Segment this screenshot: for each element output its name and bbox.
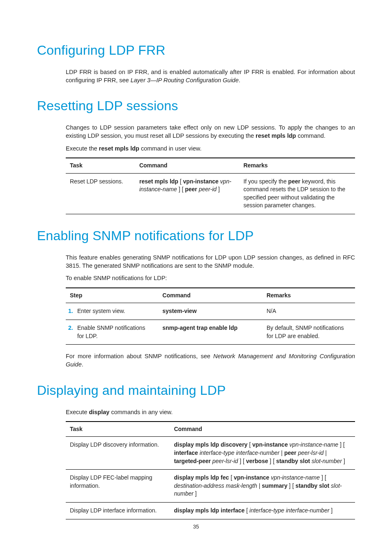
cmd-text: [ <box>244 507 249 514</box>
command-name: reset mpls ldp <box>99 145 139 152</box>
cmd-text: ] <box>330 507 333 514</box>
cmd-keyword: display mpls ldp discovery <box>174 441 247 448</box>
text: command in user view. <box>139 145 202 152</box>
cell-command: snmp-agent trap enable ldp <box>158 320 262 344</box>
text: . <box>239 77 240 83</box>
cmd-keyword: vpn-instance <box>234 474 269 481</box>
cmd-keyword: interface <box>174 450 198 456</box>
command-name: display <box>89 409 109 415</box>
step-description: Enter system view. <box>77 307 151 315</box>
cmd-text: ] [ <box>320 474 326 481</box>
cmd-text: | <box>279 450 284 456</box>
table-reset-ldp: Task Command Remarks Reset LDP sessions.… <box>66 158 355 214</box>
table-snmp-steps: Step Command Remarks 1.Enter system view… <box>66 287 355 345</box>
cmd-text: ] [ <box>177 186 185 192</box>
section-display-body: Execute display commands in any view. Ta… <box>66 408 355 519</box>
cell-remarks: By default, SNMP notifications for LDP a… <box>263 320 355 344</box>
cmd-arg: peer-lsr-id <box>298 450 324 456</box>
header-task: Task <box>66 158 135 173</box>
cmd-keyword: standby slot <box>295 482 329 489</box>
reset-paragraph-2: Execute the reset mpls ldp command in us… <box>66 144 355 153</box>
table-row: Display LDP interface information.displa… <box>66 502 355 519</box>
cell-command: display mpls ldp discovery [ vpn-instanc… <box>170 437 355 470</box>
table-display-commands: Task Command Display LDP discovery infor… <box>66 421 355 519</box>
text: If you specify the <box>243 178 288 185</box>
header-command: Command <box>170 422 355 437</box>
command-name: reset mpls ldp <box>256 132 296 139</box>
table-row: 1.Enter system view.system-viewN/A <box>66 303 355 320</box>
frr-paragraph: LDP FRR is based on IP FRR, and is enabl… <box>66 68 355 85</box>
table-row: Display LDP FEC-label mapping informatio… <box>66 470 355 503</box>
cmd-text: [ <box>229 474 234 481</box>
cmd-arg: peer-lsr-id <box>212 458 238 464</box>
heading-configuring-ldp-frr: Configuring LDP FRR <box>37 41 355 60</box>
heading-displaying-ldp: Displaying and maintaining LDP <box>37 381 355 400</box>
page: Configuring LDP FRR LDP FRR is based on … <box>0 0 392 533</box>
text: For more information about SNMP notifica… <box>66 353 213 359</box>
text: command. <box>296 132 325 139</box>
cmd-arg: slot-number <box>311 458 342 464</box>
cell-task: Display LDP FEC-label mapping informatio… <box>66 470 170 503</box>
cell-command: system-view <box>158 303 262 320</box>
cmd-text: [ <box>178 178 183 185</box>
cmd-keyword: verbose <box>246 458 268 464</box>
section-frr-body: LDP FRR is based on IP FRR, and is enabl… <box>66 68 355 85</box>
text: Execute <box>66 409 89 415</box>
cell-remarks: If you specify the peer keyword, this co… <box>239 173 355 214</box>
cmd-arg: vpn-instance-name <box>289 441 338 448</box>
header-remarks: Remarks <box>263 288 355 303</box>
reset-paragraph-1: Changes to LDP session parameters take e… <box>66 123 355 140</box>
header-remarks: Remarks <box>239 158 355 173</box>
text: Execute the <box>66 145 99 152</box>
cell-command: reset mpls ldp [ vpn-instance vpn-instan… <box>135 173 239 214</box>
cell-remarks: N/A <box>263 303 355 320</box>
cmd-text: ] [ <box>287 482 295 489</box>
cmd-keyword: peer <box>185 186 197 192</box>
cell-task: Display LDP discovery information. <box>66 437 170 470</box>
heading-resetting-ldp-sessions: Resetting LDP sessions <box>37 97 355 115</box>
header-step: Step <box>66 288 158 303</box>
snmp-paragraph-2: To enable SNMP notifications for LDP: <box>66 274 355 282</box>
cmd-keyword: targeted-peer <box>174 458 210 464</box>
cmd-arg: interface-type interface-number <box>200 450 280 456</box>
table-header-row: Step Command Remarks <box>66 288 355 303</box>
cmd-text: ] <box>342 458 345 464</box>
cmd-text: ] [ <box>268 458 276 464</box>
table-row: 2.Enable SNMP notifications for LDP.snmp… <box>66 320 355 344</box>
table-header-row: Task Command <box>66 422 355 437</box>
reference-title: Layer 3—IP Routing Configuration Guide <box>131 77 239 83</box>
cell-task: Display LDP interface information. <box>66 502 170 519</box>
keyword: peer <box>288 178 300 185</box>
snmp-paragraph-1: This feature enables generating SNMP not… <box>66 253 355 270</box>
cmd-text: [ <box>247 441 252 448</box>
cell-command: display mpls ldp fec [ vpn-instance vpn-… <box>170 470 355 503</box>
cmd-keyword: vpn-instance <box>252 441 288 448</box>
cell-step: 2.Enable SNMP notifications for LDP. <box>66 320 158 344</box>
cmd-keyword: snmp-agent trap enable ldp <box>162 324 238 331</box>
cmd-keyword: display mpls ldp interface <box>174 507 244 514</box>
cmd-arg: peer-id <box>199 186 217 192</box>
cmd-text: ] <box>194 490 197 497</box>
cmd-keyword: display mpls ldp fec <box>174 474 229 481</box>
cmd-arg: interface-type interface-number <box>249 507 330 514</box>
cmd-text: | <box>257 482 262 489</box>
page-number: 35 <box>0 523 392 531</box>
text: . <box>82 361 83 368</box>
cell-task: Reset LDP sessions. <box>66 173 135 214</box>
section-reset-body: Changes to LDP session parameters take e… <box>66 123 355 214</box>
section-snmp-body: This feature enables generating SNMP not… <box>66 253 355 369</box>
header-command: Command <box>158 288 262 303</box>
header-command: Command <box>135 158 239 173</box>
step-number: 2. <box>68 324 77 332</box>
step-description: Enable SNMP notifications for LDP. <box>77 324 151 340</box>
cmd-text: ] [ <box>338 441 345 448</box>
table-row: Reset LDP sessions. reset mpls ldp [ vpn… <box>66 173 355 214</box>
cell-step: 1.Enter system view. <box>66 303 158 320</box>
cmd-text: | <box>324 450 327 456</box>
table-row: Display LDP discovery information.displa… <box>66 437 355 470</box>
step-number: 1. <box>68 307 77 315</box>
cmd-keyword: peer <box>284 450 297 456</box>
cmd-text: ] <box>217 186 220 192</box>
cmd-text: ] [ <box>238 458 246 464</box>
cmd-keyword: reset mpls ldp <box>139 178 178 185</box>
